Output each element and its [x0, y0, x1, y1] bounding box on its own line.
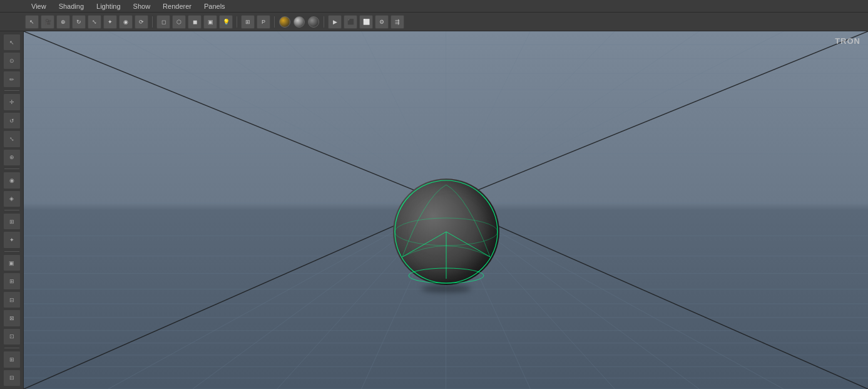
- soft-mod[interactable]: ◉: [3, 172, 21, 189]
- menu-item-panels[interactable]: Panels: [198, 1, 232, 11]
- scale[interactable]: ⤡: [3, 130, 21, 147]
- render5[interactable]: ⇶: [391, 15, 404, 29]
- paint-select[interactable]: ✏: [3, 71, 21, 88]
- grid-btn[interactable]: ⊞: [241, 15, 255, 29]
- select-tool[interactable]: ↖: [25, 15, 39, 29]
- rotate[interactable]: ↺: [3, 112, 21, 129]
- sep3-separator: [274, 16, 275, 28]
- layer1[interactable]: ▣: [3, 254, 21, 271]
- menu-item-shading[interactable]: Shading: [53, 1, 90, 11]
- sidebar: ↖⊙✏✛↺⤡⊕◉◈⊞✦▣⊞⊟⊠⊡⊞⊟: [0, 31, 24, 389]
- menu-item-show[interactable]: Show: [127, 1, 157, 11]
- sep3-separator: [4, 210, 19, 210]
- wireframe[interactable]: ⬡: [172, 15, 186, 29]
- move-tool[interactable]: ⊕: [56, 15, 70, 29]
- tool1[interactable]: ⊞: [3, 351, 21, 368]
- layer5[interactable]: ⊡: [3, 328, 21, 345]
- sphere3[interactable]: [308, 16, 319, 28]
- sep4-separator: [4, 251, 19, 252]
- menubar: ViewShadingLightingShowRendererPanels: [0, 0, 868, 13]
- toolbar: ↖🎥⊕↻⤡✦◉⟳◻⬡◼▣💡⊞P▶⬛⬜⚙⇶: [0, 13, 868, 31]
- sphere-shadow: [421, 285, 471, 293]
- layer2[interactable]: ⊞: [3, 272, 21, 289]
- lasso-select[interactable]: ⊙: [3, 52, 21, 69]
- sep2-separator: [237, 16, 237, 28]
- render1[interactable]: ▶: [328, 15, 342, 29]
- history[interactable]: ⟳: [135, 15, 148, 29]
- universal[interactable]: ⊕: [3, 149, 21, 166]
- menu-item-view[interactable]: View: [25, 1, 53, 11]
- camera-tool[interactable]: 🎥: [41, 15, 54, 29]
- render3[interactable]: ⬜: [359, 15, 373, 29]
- viewport[interactable]: TRON: [24, 31, 868, 389]
- sphere-wireframe: [393, 179, 499, 285]
- light-btn[interactable]: 💡: [219, 15, 233, 29]
- show-manip[interactable]: ⊞: [3, 213, 21, 230]
- menu-item-lighting[interactable]: Lighting: [90, 1, 127, 11]
- sphere-mesh: [393, 179, 499, 285]
- poly-display[interactable]: ◻: [156, 15, 170, 29]
- layer3[interactable]: ⊟: [3, 291, 21, 308]
- sculpt[interactable]: ◈: [3, 190, 21, 207]
- scale-tool[interactable]: ⤡: [88, 15, 101, 29]
- persp-btn[interactable]: P: [257, 15, 270, 29]
- menu-item-renderer[interactable]: Renderer: [156, 1, 198, 11]
- svg-line-5: [446, 232, 490, 257]
- layer4[interactable]: ⊠: [3, 309, 21, 326]
- soft-select[interactable]: ◉: [119, 15, 133, 29]
- texture[interactable]: ▣: [203, 15, 217, 29]
- sep1-separator: [4, 90, 19, 91]
- sphere-container: [393, 179, 499, 285]
- smooth[interactable]: ◼: [188, 15, 202, 29]
- sep2-separator: [4, 169, 19, 169]
- render2[interactable]: ⬛: [344, 15, 357, 29]
- arrow-select[interactable]: ↖: [3, 34, 21, 51]
- snap-tool[interactable]: ✦: [103, 15, 117, 29]
- snap[interactable]: ✦: [3, 231, 21, 248]
- main-layout: ↖⊙✏✛↺⤡⊕◉◈⊞✦▣⊞⊟⊠⊡⊞⊟: [0, 31, 868, 389]
- sep4-separator: [324, 16, 324, 28]
- move[interactable]: ✛: [3, 93, 21, 110]
- sep5-separator: [4, 348, 19, 348]
- rotate-tool[interactable]: ↻: [72, 15, 86, 29]
- sphere2[interactable]: [294, 16, 305, 28]
- sep1-separator: [152, 16, 153, 28]
- tool2[interactable]: ⊟: [3, 370, 21, 386]
- corner-label: TRON: [835, 36, 860, 46]
- svg-line-4: [402, 232, 446, 257]
- sphere1[interactable]: [279, 16, 290, 28]
- render4[interactable]: ⚙: [375, 15, 389, 29]
